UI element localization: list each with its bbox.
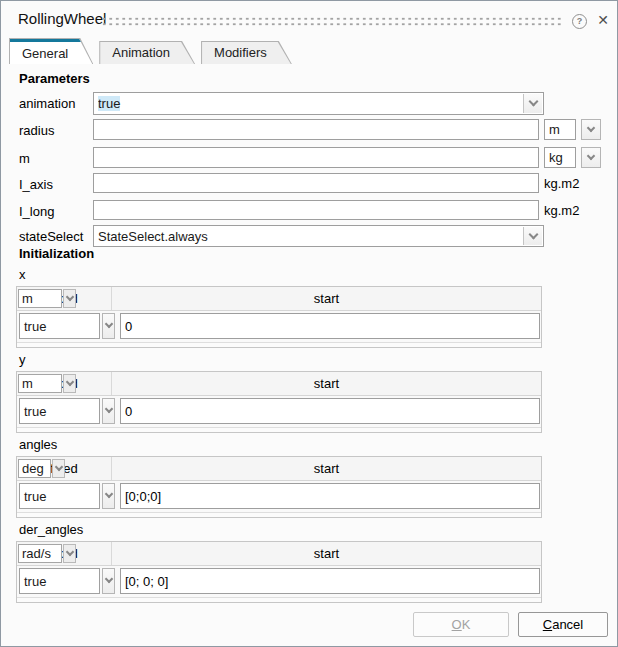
tab-animation-label: Animation bbox=[100, 42, 194, 64]
i-long-label: I_long bbox=[19, 204, 54, 219]
ok-button[interactable]: OK bbox=[413, 612, 509, 637]
radius-label: radius bbox=[19, 123, 54, 138]
group-x-label: x bbox=[19, 267, 26, 282]
tab-general[interactable]: General bbox=[9, 38, 93, 64]
close-icon[interactable]: ✕ bbox=[594, 11, 612, 29]
group-der-angles-fixed-chevron-down-icon[interactable] bbox=[102, 568, 115, 594]
dialog-title: RollingWheel bbox=[18, 10, 106, 27]
animation-label: animation bbox=[19, 96, 75, 111]
tab-general-label: General bbox=[10, 39, 92, 64]
group-x-fixed-chevron-down-icon[interactable] bbox=[102, 313, 115, 339]
m-unit-combobox[interactable]: kg bbox=[544, 147, 576, 168]
start-column-header: start bbox=[112, 287, 541, 310]
chevron-down-icon[interactable] bbox=[523, 94, 542, 113]
title-bar: RollingWheel ? ✕ bbox=[1, 1, 617, 37]
radius-unit-combobox[interactable]: m bbox=[544, 119, 576, 140]
group-x-table: fixed start m true bbox=[16, 286, 542, 348]
i-axis-label: I_axis bbox=[19, 177, 53, 192]
initialization-heading: Initialization bbox=[19, 246, 94, 261]
state-select-value: StateSelect.always bbox=[98, 229, 543, 244]
group-y-unit-chevron-down-icon[interactable] bbox=[63, 374, 76, 393]
parameter-dialog: RollingWheel ? ✕ General Animation Modif… bbox=[0, 0, 618, 647]
group-y-fixed-combobox[interactable]: true bbox=[19, 398, 100, 424]
group-y-unit-combobox[interactable]: m bbox=[18, 374, 62, 393]
state-select-combobox[interactable]: StateSelect.always bbox=[93, 225, 544, 247]
group-der-angles-table: fixed start rad/s true bbox=[16, 541, 542, 603]
group-angles-fixed-combobox[interactable]: true bbox=[19, 483, 100, 509]
m-label: m bbox=[19, 151, 30, 166]
tab-modifiers-label: Modifiers bbox=[202, 42, 291, 64]
tab-animation[interactable]: Animation bbox=[99, 41, 195, 64]
group-angles-label: angles bbox=[19, 437, 57, 452]
tab-modifiers[interactable]: Modifiers bbox=[201, 41, 292, 64]
group-der-angles-unit-combobox[interactable]: rad/s bbox=[18, 544, 62, 563]
group-angles-unit-chevron-down-icon[interactable] bbox=[52, 459, 65, 478]
group-x-fixed-combobox[interactable]: true bbox=[19, 313, 100, 339]
group-angles-unit-combobox[interactable]: deg bbox=[18, 459, 51, 478]
group-der-angles-fixed-combobox[interactable]: true bbox=[19, 568, 100, 594]
start-column-header: start bbox=[112, 457, 541, 480]
state-select-label: stateSelect bbox=[19, 229, 83, 244]
chevron-down-icon[interactable] bbox=[523, 227, 542, 245]
animation-value: true bbox=[98, 96, 120, 111]
i-long-input[interactable] bbox=[93, 200, 539, 220]
m-unit-value: kg bbox=[549, 150, 575, 165]
help-icon[interactable]: ? bbox=[572, 14, 587, 29]
group-der-angles-start-input[interactable] bbox=[120, 568, 540, 594]
radius-unit-value: m bbox=[549, 122, 575, 137]
tab-bar: General Animation Modifiers bbox=[9, 38, 298, 64]
group-y-label: y bbox=[19, 352, 26, 367]
i-long-unit-label: kg.m2 bbox=[544, 203, 579, 218]
start-column-header: start bbox=[112, 542, 541, 565]
group-x-unit-chevron-down-icon[interactable] bbox=[63, 289, 76, 308]
group-angles-table: fixed start deg true bbox=[16, 456, 542, 518]
group-x-start-input[interactable] bbox=[120, 313, 540, 339]
parameters-heading: Parameters bbox=[19, 71, 90, 86]
group-der-angles-unit-chevron-down-icon[interactable] bbox=[63, 544, 76, 563]
radius-input[interactable] bbox=[93, 119, 539, 140]
drag-handle-icon[interactable] bbox=[101, 16, 563, 27]
i-axis-input[interactable] bbox=[93, 173, 539, 193]
group-der-angles-label: der_angles bbox=[19, 522, 83, 537]
cancel-button[interactable]: Cancel bbox=[518, 612, 608, 637]
group-angles-start-input[interactable] bbox=[120, 483, 540, 509]
group-y-start-input[interactable] bbox=[120, 398, 540, 424]
i-axis-unit-label: kg.m2 bbox=[544, 176, 579, 191]
group-angles-fixed-chevron-down-icon[interactable] bbox=[102, 483, 115, 509]
animation-combobox[interactable]: true bbox=[93, 92, 544, 115]
m-unit-chevron-down-icon[interactable] bbox=[581, 147, 601, 168]
group-x-unit-combobox[interactable]: m bbox=[18, 289, 62, 308]
radius-unit-chevron-down-icon[interactable] bbox=[581, 119, 601, 140]
group-y-fixed-chevron-down-icon[interactable] bbox=[102, 398, 115, 424]
m-input[interactable] bbox=[93, 147, 539, 168]
group-y-table: fixed start m true bbox=[16, 371, 542, 433]
start-column-header: start bbox=[112, 372, 541, 395]
